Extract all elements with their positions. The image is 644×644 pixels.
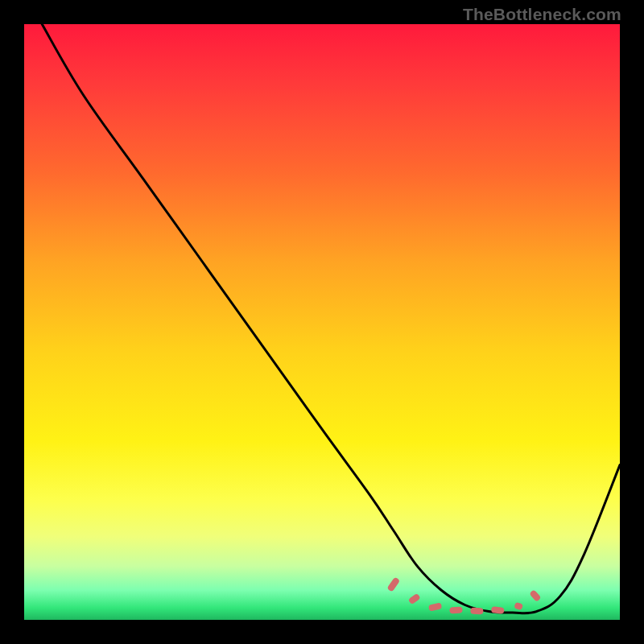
optimal-marker (386, 576, 400, 592)
optimal-marker (408, 593, 421, 605)
bottleneck-curve-svg (24, 24, 620, 620)
chart-frame: TheBottleneck.com (0, 0, 644, 644)
optimal-marker (529, 589, 541, 602)
gradient-plot-area (24, 24, 620, 620)
watermark-text: TheBottleneck.com (463, 5, 621, 24)
optimal-marker (428, 602, 442, 611)
optimal-zone-markers (386, 576, 541, 614)
optimal-marker (470, 608, 483, 615)
bottleneck-curve-path (42, 24, 620, 613)
optimal-marker (449, 607, 462, 614)
optimal-marker (514, 602, 523, 611)
